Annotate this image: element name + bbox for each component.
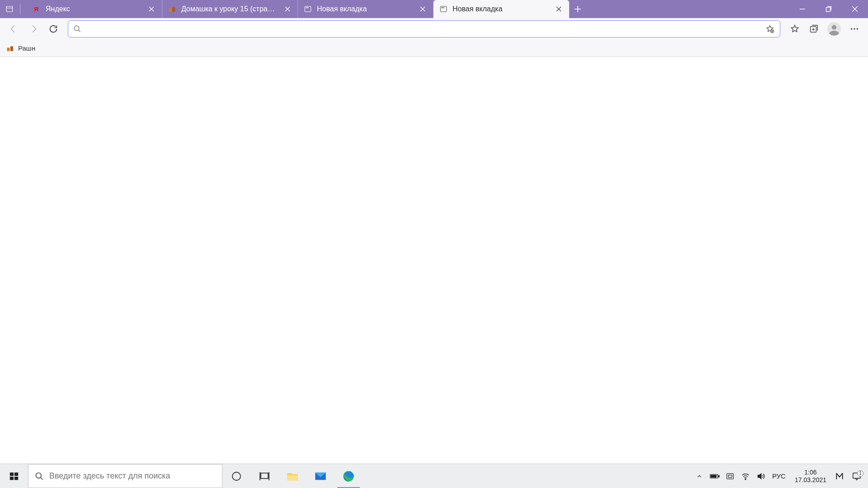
mail-button[interactable]: [307, 464, 335, 488]
rashn-icon: [6, 44, 14, 52]
svg-rect-26: [10, 476, 14, 479]
svg-point-19: [851, 28, 852, 29]
clock[interactable]: 1:06 17.03.2021: [790, 469, 831, 484]
svg-rect-31: [261, 473, 268, 479]
close-icon[interactable]: [146, 4, 156, 14]
close-icon[interactable]: [554, 4, 564, 14]
notification-badge: 1: [857, 470, 863, 477]
browser-toolbar: [0, 18, 868, 40]
window-controls: [789, 0, 868, 18]
svg-point-20: [854, 28, 855, 29]
tab-yandex[interactable]: Я Яндекс: [27, 0, 162, 18]
svg-rect-14: [826, 8, 830, 12]
address-bar[interactable]: [68, 20, 780, 38]
svg-rect-25: [14, 472, 18, 475]
onedrive-icon[interactable]: [723, 464, 737, 488]
svg-point-7: [307, 7, 307, 8]
add-favorite-icon[interactable]: [764, 24, 776, 33]
titlebar-drag-region: [586, 0, 789, 18]
close-icon[interactable]: [283, 4, 292, 14]
svg-rect-5: [305, 6, 311, 12]
tab-actions-button[interactable]: [3, 2, 16, 16]
edge-page-icon: [303, 5, 312, 14]
action-center-button[interactable]: 1: [848, 471, 865, 481]
taskbar-pinned: [222, 464, 363, 488]
close-icon[interactable]: [418, 4, 428, 14]
tab-actions-left: [0, 0, 27, 18]
svg-point-15: [74, 26, 79, 31]
svg-point-12: [443, 7, 444, 8]
toolbar-right: [786, 20, 863, 38]
task-view-button[interactable]: [250, 464, 278, 488]
start-button[interactable]: [0, 464, 28, 488]
svg-point-28: [36, 473, 42, 478]
svg-rect-4: [172, 7, 175, 12]
yandex-icon: Я: [32, 5, 41, 14]
tab-newtab-1[interactable]: Новая вкладка: [298, 0, 434, 18]
input-language[interactable]: РУС: [769, 472, 788, 480]
svg-rect-3: [169, 9, 172, 12]
svg-point-42: [745, 479, 746, 479]
svg-rect-9: [440, 6, 447, 12]
wifi-icon[interactable]: [739, 464, 752, 488]
svg-rect-23: [10, 46, 13, 51]
rashn-icon: [168, 5, 177, 14]
edge-page-icon: [439, 5, 448, 14]
search-icon: [35, 472, 44, 481]
svg-rect-39: [711, 475, 716, 477]
page-content: [0, 57, 868, 464]
edge-browser-button[interactable]: [335, 464, 363, 488]
svg-rect-0: [6, 6, 13, 12]
bookmark-item-rashn[interactable]: Рашн: [6, 44, 35, 52]
collections-button[interactable]: [805, 20, 823, 38]
search-icon: [72, 25, 83, 33]
forward-button[interactable]: [24, 20, 42, 38]
svg-point-8: [308, 7, 308, 8]
address-input[interactable]: [83, 25, 764, 33]
tab-label: Новая вкладка: [453, 5, 549, 13]
svg-line-29: [41, 477, 43, 479]
tab-newtab-active[interactable]: Новая вкладка: [434, 0, 569, 18]
svg-rect-41: [728, 475, 732, 477]
maximize-button[interactable]: [816, 0, 842, 18]
cortana-button[interactable]: [222, 464, 250, 488]
taskbar-search-input[interactable]: [49, 471, 216, 481]
divider: [20, 4, 20, 14]
tab-label: Домашка к уроку 15 (страница: [181, 5, 278, 13]
svg-rect-27: [14, 476, 18, 479]
browser-titlebar: Я Яндекс Домашка к уроку 15 (страница Но…: [0, 0, 868, 18]
svg-rect-40: [726, 474, 733, 479]
battery-icon[interactable]: [708, 464, 722, 488]
tab-label: Новая вкладка: [317, 5, 413, 13]
new-tab-button[interactable]: [569, 0, 586, 18]
volume-icon[interactable]: [754, 464, 768, 488]
tray-overflow-button[interactable]: [693, 464, 706, 488]
back-button[interactable]: [5, 20, 23, 38]
svg-rect-34: [287, 475, 297, 480]
windows-taskbar: РУС 1:06 17.03.2021 1: [0, 464, 868, 488]
bookmark-label: Рашн: [18, 44, 35, 52]
tray-app-icon[interactable]: [833, 464, 846, 488]
refresh-button[interactable]: [44, 20, 62, 38]
close-window-button[interactable]: [842, 0, 868, 18]
tab-label: Яндекс: [46, 5, 142, 13]
svg-rect-38: [718, 475, 719, 477]
svg-rect-24: [10, 472, 14, 475]
system-tray: РУС 1:06 17.03.2021 1: [693, 464, 868, 488]
favorites-button[interactable]: [786, 20, 804, 38]
svg-point-10: [442, 7, 442, 8]
file-explorer-button[interactable]: [278, 464, 307, 488]
profile-avatar[interactable]: [827, 22, 841, 36]
svg-rect-22: [7, 47, 10, 51]
svg-line-16: [78, 30, 80, 32]
settings-menu-button[interactable]: [845, 20, 863, 38]
tab-homework[interactable]: Домашка к уроку 15 (страница: [162, 0, 298, 18]
taskbar-search[interactable]: [28, 464, 222, 488]
minimize-button[interactable]: [789, 0, 816, 18]
svg-text:Я: Я: [34, 6, 38, 13]
svg-point-30: [232, 472, 241, 480]
bookmarks-bar: Рашн: [0, 40, 868, 57]
clock-time: 1:06: [795, 469, 826, 476]
tab-strip: Я Яндекс Домашка к уроку 15 (страница Но…: [27, 0, 569, 18]
clock-date: 17.03.2021: [795, 476, 826, 484]
